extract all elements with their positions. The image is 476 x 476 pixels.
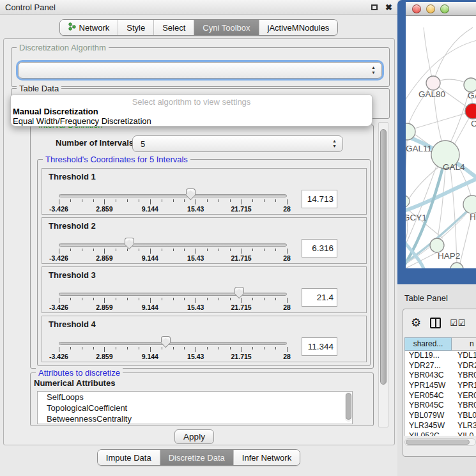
settings-scrollbar[interactable] — [378, 122, 388, 427]
close-icon[interactable]: ✖ — [385, 3, 392, 12]
slider-tick — [82, 199, 82, 202]
slider-tick-label: -3.426 — [49, 205, 68, 213]
table-panel: ⚙ ☑☑ shared... n YDL19...YDL1YDR27...YDR… — [403, 309, 476, 457]
mac-minimize-icon[interactable] — [426, 4, 435, 13]
network-canvas[interactable]: GAL80GACGAL11GAL4GCY1HHAP2 — [406, 16, 476, 268]
tab-network[interactable]: Network — [60, 20, 118, 35]
cell-shared-name: YDL19... — [405, 351, 452, 361]
slider-tick — [219, 249, 219, 251]
network-node-gcy1 — [406, 196, 410, 207]
column-header-shared-name[interactable]: shared... — [404, 337, 452, 351]
attributes-scrollbar[interactable] — [345, 392, 352, 422]
attribute-list-item[interactable]: BetweennessCentrality — [38, 413, 352, 424]
slider-tick — [219, 199, 219, 202]
threshold-value-field[interactable]: 6.316 — [302, 239, 337, 257]
dropdown-option[interactable]: Manual Discretization — [11, 107, 372, 116]
table-rows[interactable]: YDL19...YDL1YDR27...YDR2YBR043CYBR0YPR14… — [404, 351, 476, 436]
slider-tick — [116, 347, 116, 349]
attributes-scrollbar-thumb[interactable] — [346, 393, 351, 420]
slider-tick — [162, 298, 162, 300]
slider-tick — [173, 298, 174, 300]
network-node-c — [465, 104, 476, 119]
slider-tick-label: 15.43 — [187, 353, 204, 360]
tab-discretize-data[interactable]: Discretize Data — [160, 450, 233, 465]
tab-label: Discretize Data — [169, 453, 225, 463]
slider-tick — [139, 199, 139, 202]
tab-select[interactable]: Select — [153, 20, 194, 35]
apply-button[interactable]: Apply — [174, 429, 214, 444]
slider-thumb[interactable] — [234, 287, 244, 300]
cell-shared-name: YBL079W — [405, 411, 452, 421]
slider-track[interactable] — [59, 194, 287, 197]
slider-thumb[interactable] — [125, 238, 134, 250]
table-row[interactable]: YBR045CYBR0 — [405, 401, 476, 411]
numerical-attributes-list[interactable]: SelfLoopsTopologicalCoefficientBetweenne… — [37, 391, 353, 424]
tab-cyni-toolbox[interactable]: Cyni Toolbox — [194, 20, 258, 35]
slider-tick — [59, 347, 59, 352]
dropdown-options: Manual DiscretizationEqual Width/Frequen… — [11, 107, 372, 126]
attributes-title: Attributes to discretize — [36, 368, 123, 378]
num-intervals-combo[interactable]: 5 ▲▼ — [132, 135, 343, 152]
slider-tick-label: 28 — [283, 205, 291, 213]
slider-tick — [219, 347, 219, 349]
slider-tick — [139, 298, 139, 300]
threshold-label: Threshold 3 — [49, 270, 96, 280]
slider-tick — [127, 199, 128, 202]
threshold-panel-2: Threshold 2-3.4262.8599.14415.4321.71528… — [42, 217, 367, 264]
tab-style[interactable]: Style — [118, 20, 153, 35]
threshold-value-field[interactable]: 14.713 — [302, 190, 337, 208]
slider-thumb[interactable] — [186, 188, 196, 201]
thresholds-group: Threshold's Coordinates for 5 Intervals … — [37, 159, 371, 366]
table-row[interactable]: YLR345WYLR3 — [405, 421, 476, 431]
threshold-value-field[interactable]: 21.4 — [302, 288, 337, 307]
slider-tick — [230, 249, 231, 251]
combo-arrows-icon: ▲▼ — [371, 65, 376, 75]
slider-tick — [127, 347, 128, 349]
table-row[interactable]: YDL19...YDL1 — [405, 351, 476, 361]
slider-track[interactable] — [59, 342, 287, 345]
network-node-label: GAL80 — [418, 89, 445, 99]
slider-tick — [150, 199, 151, 204]
float-icon[interactable] — [371, 4, 378, 10]
gear-icon[interactable]: ⚙ — [411, 316, 421, 330]
control-panel-titlebar: Control Panel ✖ — [0, 0, 397, 15]
mac-close-icon[interactable] — [412, 4, 421, 13]
slider-tick — [104, 298, 105, 303]
tab-infer-network[interactable]: Infer Network — [233, 450, 300, 465]
attribute-list-item[interactable]: TopologicalCoefficient — [38, 403, 352, 413]
cell-name: YIL0 — [452, 431, 473, 436]
column-layout-icon[interactable] — [430, 318, 441, 328]
attribute-list-item[interactable]: SelfLoops — [38, 392, 352, 403]
table-hscrollbar[interactable] — [404, 438, 476, 446]
table-row[interactable]: YBL079WYBL0 — [405, 411, 476, 421]
cell-name: YBL0 — [452, 411, 476, 421]
table-row[interactable]: YIL052CYIL0 — [405, 431, 476, 436]
slider-tick — [59, 249, 59, 254]
slider-tick — [264, 298, 265, 300]
dropdown-option[interactable]: Equal Width/Frequency Discretization — [11, 116, 372, 126]
slider-tick — [116, 199, 116, 202]
tab-impute-data[interactable]: Impute Data — [98, 450, 160, 465]
table-row[interactable]: YDR27...YDR2 — [405, 361, 476, 371]
slider-tick — [82, 298, 82, 300]
slider-tick-label: -3.426 — [49, 303, 68, 311]
slider-tick — [82, 347, 82, 349]
table-row[interactable]: YER054CYER0 — [405, 391, 476, 401]
slider-track[interactable] — [59, 243, 287, 247]
slider-tick — [82, 249, 82, 251]
slider-tick — [162, 249, 162, 251]
column-header-name[interactable]: n — [452, 337, 476, 351]
settings-scrollbar-thumb[interactable] — [380, 129, 387, 385]
slider-track[interactable] — [59, 293, 287, 296]
algorithm-combo[interactable]: ▲▼ — [18, 62, 382, 79]
table-row[interactable]: YBR043CYBR0 — [405, 371, 476, 381]
tab-jactivemnodules[interactable]: jActiveMNodules — [259, 20, 338, 35]
slider-tick — [196, 298, 196, 303]
checkbox-icons[interactable]: ☑☑ — [450, 318, 466, 328]
table-hscrollbar-thumb[interactable] — [406, 440, 470, 445]
mac-zoom-icon[interactable] — [440, 4, 449, 13]
table-row[interactable]: YPR145WYPR1 — [405, 381, 476, 391]
threshold-value-field[interactable]: 11.344 — [302, 337, 337, 356]
slider-thumb[interactable] — [161, 336, 171, 349]
node-table: shared... n YDL19...YDL1YDR27...YDR2YBR0… — [404, 337, 476, 436]
